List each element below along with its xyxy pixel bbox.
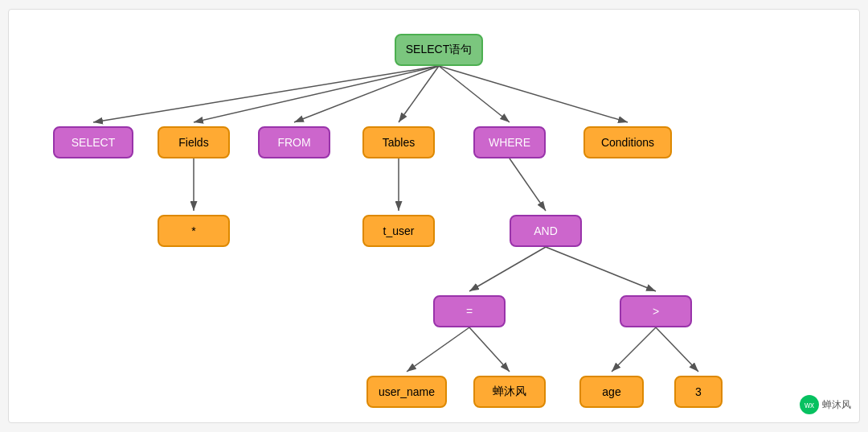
- node-select: SELECT: [53, 126, 133, 158]
- node-fields: Fields: [158, 126, 230, 158]
- svg-line-3: [294, 66, 439, 122]
- tree-svg: [9, 10, 859, 422]
- svg-line-11: [546, 247, 656, 291]
- svg-line-4: [399, 66, 439, 122]
- svg-line-14: [612, 327, 656, 372]
- node-star: *: [158, 215, 230, 247]
- svg-line-6: [439, 66, 628, 122]
- watermark-label: 蝉沐风: [822, 398, 851, 412]
- node-and: AND: [510, 215, 582, 247]
- node-eq: =: [433, 295, 506, 327]
- node-age: age: [579, 376, 644, 408]
- node-chanzhi: 蝉沐风: [473, 376, 546, 408]
- node-gt: >: [620, 295, 692, 327]
- svg-line-12: [407, 327, 469, 372]
- svg-line-2: [194, 66, 439, 122]
- node-username: user_name: [366, 376, 447, 408]
- node-tuser: t_user: [362, 215, 435, 247]
- svg-line-5: [439, 66, 510, 122]
- svg-line-1: [93, 66, 439, 122]
- watermark-icon: wx: [800, 395, 819, 414]
- node-tables: Tables: [362, 126, 435, 158]
- node-where: WHERE: [473, 126, 546, 158]
- svg-line-10: [469, 247, 546, 291]
- svg-line-13: [469, 327, 510, 372]
- node-from: FROM: [258, 126, 330, 158]
- node-conditions: Conditions: [583, 126, 672, 158]
- watermark: wx 蝉沐风: [800, 395, 851, 414]
- diagram-container: wx 蝉沐风 SELECT语句SELECTFieldsFROMTablesWHE…: [8, 9, 860, 423]
- node-root: SELECT语句: [395, 34, 483, 66]
- svg-line-15: [656, 327, 698, 372]
- node-three: 3: [674, 376, 723, 408]
- svg-line-9: [510, 158, 546, 211]
